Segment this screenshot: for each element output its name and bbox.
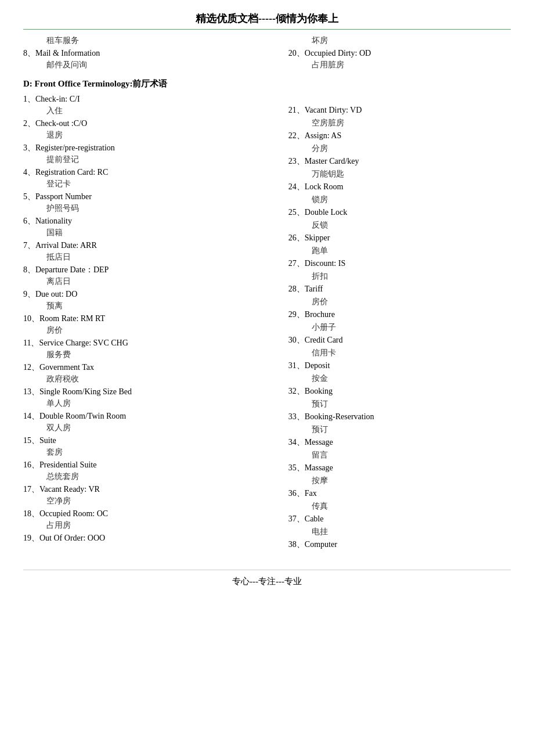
- intro-num-8: 8、: [23, 49, 35, 57]
- term-en-1: Check-in: C/I: [35, 95, 80, 103]
- term-item-17: 17、Vacant Ready: VR: [23, 484, 265, 495]
- right-num-27: 27、: [288, 259, 305, 268]
- right-en-23: Master Card/key: [305, 157, 359, 165]
- right-num-30: 30、: [288, 336, 305, 344]
- right-term-23: 23、Master Card/key: [288, 156, 511, 167]
- right-cn-21: 空房脏房: [288, 118, 511, 128]
- right-term-29: 29、Brochure: [288, 309, 511, 320]
- term-cn-5: 护照号码: [23, 203, 265, 214]
- right-num-32: 32、: [288, 387, 305, 395]
- term-en-8: Departure Date：DEP: [35, 265, 109, 274]
- term-item-13: 13、Single Room/King Size Bed: [23, 387, 265, 397]
- term-cn-1: 入住: [23, 106, 265, 116]
- right-cn-27: 折扣: [288, 271, 511, 282]
- right-term-31: 31、Deposit: [288, 361, 511, 371]
- term-item-15: 15、Suite: [23, 435, 265, 446]
- right-num-22: 22、: [288, 131, 305, 140]
- term-item-1: 1、Check-in: C/I: [23, 94, 265, 105]
- right-en-31: Deposit: [305, 361, 330, 370]
- right-term-25: 25、Double Lock: [288, 207, 511, 218]
- term-item-8: 8、Departure Date：DEP: [23, 265, 265, 275]
- term-num-14: 14、: [23, 412, 39, 420]
- right-en-27: Discount: IS: [305, 259, 345, 268]
- right-cn-28: 房价: [288, 297, 511, 307]
- term-cn-11: 服务费: [23, 350, 265, 360]
- term-en-11: Service Charge: SVC CHG: [39, 339, 128, 347]
- term-cn-7: 抵店日: [23, 252, 265, 262]
- page-footer: 专心---专注---专业: [23, 570, 511, 587]
- right-cn-33: 预订: [288, 424, 511, 435]
- right-en-32: Booking: [305, 387, 333, 395]
- right-en-38: Computer: [305, 540, 337, 549]
- term-en-18: Occupied Room: OC: [39, 509, 108, 518]
- right-term-35: 35、Massage: [288, 463, 511, 473]
- term-cn-8: 离店日: [23, 276, 265, 287]
- right-term-32: 32、Booking: [288, 386, 511, 397]
- term-num-9: 9、: [23, 290, 35, 298]
- right-term-21: 21、Vacant Dirty: VD: [288, 105, 511, 116]
- term-en-6: Nationality: [35, 217, 72, 225]
- term-num-2: 2、: [23, 119, 35, 128]
- right-num-24: 24、: [288, 182, 305, 191]
- right-en-28: Tariff: [305, 285, 323, 293]
- term-item-6: 6、Nationality: [23, 216, 265, 226]
- term-en-7: Arrival Date: ARR: [35, 241, 97, 250]
- term-num-10: 10、: [23, 314, 39, 323]
- right-term-24: 24、Lock Room: [288, 182, 511, 192]
- right-term-27: 27、Discount: IS: [288, 258, 511, 269]
- right-cn-34: 留言: [288, 450, 511, 460]
- section-header: D: Front Office Terminology:前厅术语: [23, 78, 265, 89]
- right-num-35: 35、: [288, 463, 305, 472]
- term-en-5: Passport Number: [35, 192, 92, 201]
- right-cn-32: 预订: [288, 399, 511, 409]
- term-cn-18: 占用房: [23, 520, 265, 531]
- term-en-19: Out Of Order: OOO: [39, 534, 105, 542]
- right-cn-30: 信用卡: [288, 348, 511, 358]
- right-num-26: 26、: [288, 233, 305, 242]
- right-term-33: 33、Booking-Reservation: [288, 412, 511, 422]
- term-cn-6: 国籍: [23, 228, 265, 238]
- right-cn-31: 按金: [288, 373, 511, 384]
- term-en-12: Government Tax: [39, 363, 94, 372]
- term-num-18: 18、: [23, 509, 39, 518]
- right-cn-37: 电挂: [288, 527, 511, 537]
- term-en-10: Room Rate: RM RT: [39, 314, 105, 323]
- term-item-10: 10、Room Rate: RM RT: [23, 314, 265, 324]
- right-num-36: 36、: [288, 489, 305, 498]
- right-intro-num-20: 20、: [288, 49, 305, 57]
- intro-cn-8: 邮件及问询: [23, 60, 265, 70]
- right-num-21: 21、: [288, 106, 305, 114]
- right-en-24: Lock Room: [305, 182, 344, 191]
- term-item-3: 3、Register/pre-registration: [23, 143, 265, 153]
- right-num-38: 38、: [288, 540, 305, 549]
- term-item-18: 18、Occupied Room: OC: [23, 509, 265, 519]
- right-intro-cn-20: 占用脏房: [288, 60, 511, 70]
- term-num-3: 3、: [23, 143, 35, 152]
- right-cn-25: 反锁: [288, 220, 511, 231]
- right-term-36: 36、Fax: [288, 488, 511, 499]
- intro-en-8: Mail & Information: [35, 49, 100, 57]
- term-cn-14: 双人房: [23, 423, 265, 433]
- term-num-4: 4、: [23, 168, 35, 177]
- term-cn-17: 空净房: [23, 496, 265, 506]
- right-term-38: 38、Computer: [288, 539, 511, 550]
- term-item-7: 7、Arrival Date: ARR: [23, 240, 265, 251]
- right-en-30: Credit Card: [305, 336, 343, 344]
- term-item-14: 14、Double Room/Twin Room: [23, 411, 265, 422]
- term-en-15: Suite: [39, 436, 56, 445]
- term-num-16: 16、: [23, 460, 39, 469]
- right-term-37: 37、Cable: [288, 514, 511, 524]
- right-num-29: 29、: [288, 310, 305, 319]
- term-en-14: Double Room/Twin Room: [39, 412, 126, 420]
- term-cn-10: 房价: [23, 325, 265, 336]
- right-intro-item-20: 20、Occupied Dirty: OD: [288, 48, 511, 59]
- term-cn-9: 预离: [23, 301, 265, 311]
- right-cn-26: 跑单: [288, 246, 511, 256]
- right-cn-35: 按摩: [288, 476, 511, 486]
- page-title: 精选优质文档-----倾情为你奉上: [23, 12, 511, 30]
- right-term-22: 22、Assign: AS: [288, 131, 511, 141]
- term-num-5: 5、: [23, 192, 35, 201]
- right-intro-line1: 坏房: [288, 35, 511, 46]
- right-intro-en-20: Occupied Dirty: OD: [305, 49, 371, 57]
- right-cn-24: 锁房: [288, 195, 511, 205]
